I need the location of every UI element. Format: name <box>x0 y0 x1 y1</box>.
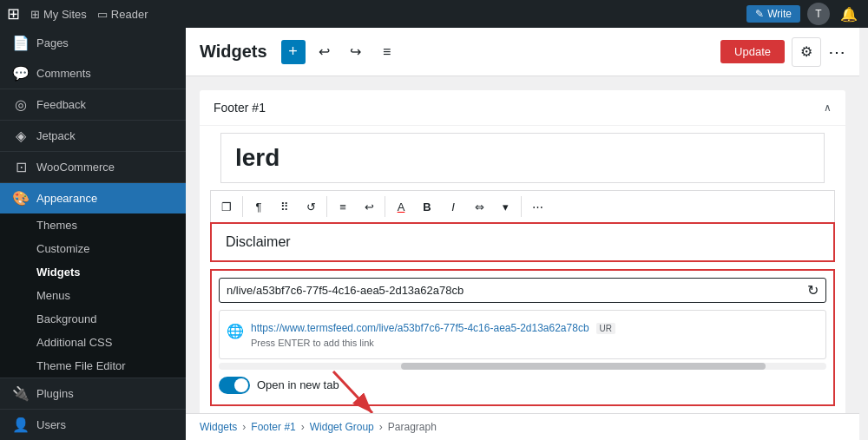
reader-icon: ▭ <box>97 8 108 21</box>
toggle-knob <box>234 378 248 392</box>
sidebar-item-widgets[interactable]: Widgets <box>0 260 186 284</box>
toolbar-text-color-btn[interactable]: A <box>389 194 413 219</box>
more-options-button[interactable]: ⋯ <box>828 42 845 62</box>
editor-toolbar: ❐ ¶ ⠿ ↺ ≡ ↩ A B I ⇔ ▾ ⋯ <box>210 190 835 222</box>
link-info: https://www.termsfeed.com/live/a53bf7c6-… <box>251 321 615 348</box>
editor-content[interactable]: Disclaimer <box>210 222 835 262</box>
align-icon: ≡ <box>339 200 346 213</box>
toolbar-paragraph-btn[interactable]: ¶ <box>247 194 271 219</box>
text-preview: lerd <box>220 133 825 183</box>
link-url[interactable]: https://www.termsfeed.com/live/a53bf7c6-… <box>251 321 589 336</box>
sites-icon: ⊞ <box>30 8 40 21</box>
right-scrollbar[interactable] <box>859 28 868 440</box>
link-refresh-icon[interactable]: ↻ <box>807 282 819 299</box>
pages-icon: 📄 <box>12 35 30 51</box>
sidebar: 📄 Pages 💬 Comments ◎ Feedback ◈ Jetpack … <box>0 28 186 440</box>
toolbar-sep-3 <box>385 196 385 217</box>
sidebar-section-jetpack: ◈ Jetpack <box>0 121 186 152</box>
more-icon: ⋯ <box>532 200 543 213</box>
grip-icon: ⠿ <box>280 200 289 213</box>
gear-icon: ⚙ <box>800 43 812 60</box>
sidebar-item-appearance[interactable]: 🎨 Appearance <box>0 183 186 213</box>
add-block-button[interactable]: + <box>281 40 306 64</box>
footer-header[interactable]: Footer #1 ∧ <box>200 90 845 126</box>
list-icon: ≡ <box>383 44 391 60</box>
paragraph-icon: ¶ <box>256 200 262 213</box>
update-button[interactable]: Update <box>720 40 785 63</box>
duplicate-icon: ❐ <box>221 200 232 213</box>
toolbar-return-btn[interactable]: ↩ <box>357 194 381 219</box>
chevron-down-icon: ▾ <box>503 200 509 213</box>
open-tab-label: Open in new tab <box>257 378 339 391</box>
sidebar-item-jetpack[interactable]: ◈ Jetpack <box>0 121 186 151</box>
appearance-icon: 🎨 <box>12 190 30 207</box>
breadcrumb-paragraph: Paragraph <box>388 421 437 433</box>
breadcrumb: Widgets › Footer #1 › Widget Group › Par… <box>186 413 859 440</box>
sidebar-item-theme-editor[interactable]: Theme File Editor <box>0 354 186 378</box>
toolbar-duplicate-btn[interactable]: ❐ <box>214 194 239 219</box>
breadcrumb-sep-2: › <box>301 421 305 433</box>
avatar[interactable]: T <box>807 3 830 25</box>
settings-button[interactable]: ⚙ <box>792 37 821 67</box>
sidebar-item-users[interactable]: 👤 Users <box>0 410 186 440</box>
comments-icon: 💬 <box>12 65 30 82</box>
sidebar-section-users: 👤 Users <box>0 410 186 440</box>
notifications-icon[interactable]: 🔔 <box>837 2 861 26</box>
sidebar-section-plugins: 🔌 Plugins <box>0 378 186 410</box>
top-bar-left: ⊞ ⊞ My Sites ▭ Reader <box>7 4 148 23</box>
toolbar-rotate-btn[interactable]: ↺ <box>299 194 323 219</box>
sidebar-item-comments[interactable]: 💬 Comments <box>0 58 186 89</box>
toolbar-more-btn[interactable]: ⋯ <box>525 194 549 219</box>
toolbar-sep-2 <box>326 196 327 217</box>
link-input-field[interactable] <box>227 284 807 297</box>
breadcrumb-widget-group[interactable]: Widget Group <box>310 421 374 433</box>
breadcrumb-footer[interactable]: Footer #1 <box>251 421 295 433</box>
toolbar-italic-btn[interactable]: I <box>441 194 465 219</box>
sidebar-item-plugins[interactable]: 🔌 Plugins <box>0 378 186 409</box>
widgets-header: Widgets + ↩ ↪ ≡ Update ⚙ ⋯ <box>186 28 859 76</box>
toolbar-link-btn[interactable]: ⇔ <box>467 194 491 219</box>
sidebar-item-woocommerce[interactable]: ⊡ WooCommerce <box>0 152 186 182</box>
link-badge: UR <box>596 323 615 334</box>
toolbar-align-btn[interactable]: ≡ <box>331 194 355 219</box>
text-color-icon: A <box>398 200 405 213</box>
toolbar-dropdown-btn[interactable]: ▾ <box>493 194 517 219</box>
sidebar-item-menus[interactable]: Menus <box>0 284 186 307</box>
open-new-tab-toggle[interactable] <box>219 377 250 394</box>
sidebar-item-feedback[interactable]: ◎ Feedback <box>0 89 186 120</box>
pen-icon: ✎ <box>755 8 764 20</box>
toolbar-sep-4 <box>521 196 522 217</box>
reader-link[interactable]: ▭ Reader <box>97 8 148 21</box>
toolbar-grip-btn[interactable]: ⠿ <box>273 194 297 219</box>
redo-icon: ↪ <box>350 43 361 60</box>
link-hint: Press ENTER to add this link <box>251 338 615 348</box>
footer-title: Footer #1 <box>214 101 266 115</box>
undo-icon: ↩ <box>319 43 330 60</box>
globe-icon: 🌐 <box>227 323 244 339</box>
sidebar-item-additional-css[interactable]: Additional CSS <box>0 331 186 354</box>
redo-button[interactable]: ↪ <box>344 40 368 64</box>
breadcrumb-widgets[interactable]: Widgets <box>200 421 237 433</box>
top-bar: ⊞ ⊞ My Sites ▭ Reader ✎ Write T 🔔 <box>0 0 868 28</box>
toolbar-bold-btn[interactable]: B <box>415 194 439 219</box>
link-input-container: ↻ 🌐 https://www.termsfeed.com/live/a53bf… <box>210 269 835 406</box>
widgets-content[interactable]: Footer #1 ∧ lerd ❐ ¶ ⠿ ↺ ≡ <box>186 76 859 413</box>
write-button[interactable]: ✎ Write <box>746 5 800 23</box>
scrollbar-row[interactable] <box>219 363 826 370</box>
italic-icon: I <box>451 200 455 213</box>
sidebar-item-background[interactable]: Background <box>0 307 186 331</box>
undo-button[interactable]: ↩ <box>312 40 337 64</box>
link-icon: ⇔ <box>475 200 484 213</box>
sidebar-item-themes[interactable]: Themes <box>0 213 186 237</box>
link-input-row[interactable]: ↻ <box>219 278 826 303</box>
appearance-submenu: Themes Customize Widgets Menus Backgroun… <box>0 213 186 378</box>
sidebar-item-customize[interactable]: Customize <box>0 237 186 260</box>
sidebar-section-woocommerce: ⊡ WooCommerce <box>0 152 186 183</box>
woo-icon: ⊡ <box>12 159 30 175</box>
link-dropdown-item[interactable]: 🌐 https://www.termsfeed.com/live/a53bf7c… <box>227 318 819 351</box>
my-sites-link[interactable]: ⊞ My Sites <box>30 8 87 21</box>
top-bar-right: ✎ Write T 🔔 <box>746 2 861 26</box>
sidebar-item-pages[interactable]: 📄 Pages <box>0 28 186 58</box>
list-view-button[interactable]: ≡ <box>375 40 399 64</box>
bold-icon: B <box>423 200 431 213</box>
